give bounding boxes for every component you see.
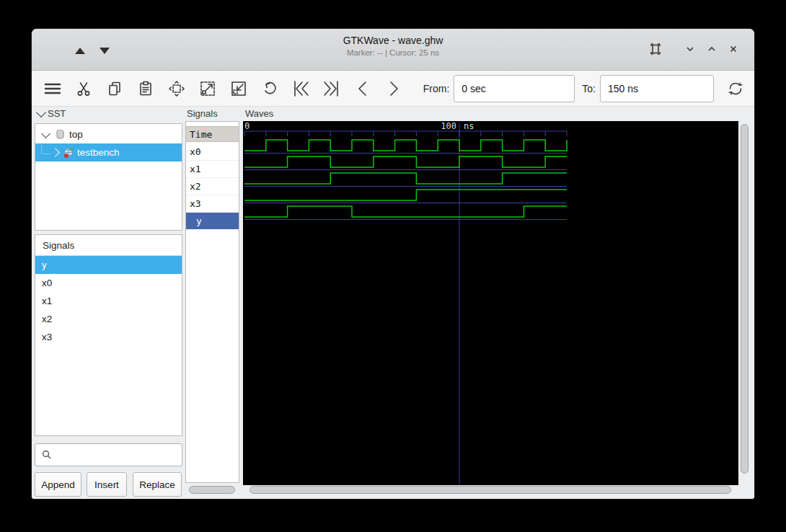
list-item-x2[interactable]: x2 [35, 310, 182, 328]
to-input[interactable] [600, 75, 714, 102]
sst-header[interactable]: SST [37, 108, 66, 119]
minimize-button[interactable] [679, 39, 701, 59]
expander-down-icon[interactable] [41, 129, 50, 138]
list-item-x0[interactable]: x0 [35, 274, 182, 292]
gtkwave-window: GTKWave - wave.ghw Marker: -- | Cursor: … [32, 29, 754, 499]
wave-row-name-x3[interactable]: x3 [186, 195, 239, 213]
jump-end-icon [322, 79, 342, 99]
wave-row-name-x1[interactable]: x1 [186, 161, 239, 178]
waves-hscrollbar[interactable] [247, 486, 734, 495]
step-back-button[interactable] [351, 75, 375, 102]
signal-list-panel: Signals y x0 x1 x2 x3 [35, 234, 182, 436]
to-label: To: [582, 83, 596, 94]
list-item-label: x1 [42, 296, 52, 306]
undo-button[interactable] [257, 75, 281, 102]
copy-button[interactable] [102, 75, 126, 102]
paste-button[interactable] [133, 75, 157, 102]
svg-text:0: 0 [244, 121, 250, 131]
reload-icon [726, 79, 745, 98]
zoom-in-button[interactable] [226, 75, 250, 102]
list-item-x3[interactable]: x3 [35, 328, 182, 346]
reload-button[interactable] [723, 75, 747, 102]
component-icon [63, 147, 74, 159]
waves-hscrollbar-thumb[interactable] [250, 486, 731, 494]
zoom-fit-button[interactable] [164, 75, 188, 102]
from-input[interactable] [454, 75, 575, 102]
insert-button[interactable]: Insert [87, 472, 127, 497]
list-item-x1[interactable]: x1 [35, 292, 182, 310]
minimize-icon [684, 43, 697, 56]
signals-frame-label: Signals [187, 108, 218, 119]
waves-vscrollbar-thumb[interactable] [741, 124, 749, 474]
menu-icon [43, 81, 62, 97]
names-hscrollbar-thumb[interactable] [189, 486, 235, 494]
wave-row-name-x2[interactable]: x2 [186, 178, 239, 195]
close-icon [727, 43, 740, 56]
frame-icon [648, 42, 663, 56]
cut-icon [75, 80, 92, 97]
list-item-label: y [42, 260, 47, 270]
wave-row-name-y[interactable]: y [186, 213, 239, 229]
waves-vscrollbar[interactable] [741, 124, 749, 474]
maximize-icon [705, 43, 718, 56]
maximize-button[interactable] [701, 39, 723, 59]
waveform-plot: 0100ns [243, 121, 738, 485]
list-item-label: x2 [42, 314, 52, 324]
titlebar[interactable]: GTKWave - wave.ghw Marker: -- | Cursor: … [32, 29, 754, 71]
wave-canvas[interactable]: 0100ns [243, 121, 738, 485]
wave-row-name-x0[interactable]: x0 [186, 143, 239, 161]
search-field[interactable] [35, 443, 182, 466]
sst-header-label: SST [48, 108, 66, 119]
close-button[interactable] [723, 39, 744, 59]
frame-button[interactable] [645, 39, 666, 59]
expander-right-icon[interactable] [50, 148, 60, 157]
tree-item-testbench[interactable]: testbench [35, 143, 182, 161]
menu-button[interactable] [40, 75, 64, 102]
tree-connector [41, 145, 50, 154]
names-hscrollbar[interactable] [185, 486, 239, 495]
paste-icon [137, 80, 154, 97]
tree-item-top[interactable]: top [35, 125, 182, 143]
zoom-fit-icon [167, 79, 186, 98]
zoom-in-icon [229, 79, 248, 98]
waves-frame-label: Waves [245, 108, 273, 119]
jump-start-button[interactable] [289, 75, 313, 102]
toolbar: From: To: [32, 71, 754, 107]
step-forward-icon [384, 79, 403, 99]
main-area: SST top testbench [32, 107, 754, 499]
jump-end-button[interactable] [320, 75, 344, 102]
search-icon [41, 449, 53, 461]
zoom-out-button[interactable] [195, 75, 219, 102]
sst-tree-panel: top testbench [35, 123, 182, 231]
chevron-down-icon [36, 107, 46, 117]
svg-text:ns: ns [464, 121, 474, 131]
wave-name-panel: Time x0 x1 x2 x3 y [185, 121, 239, 483]
svg-text:100: 100 [441, 121, 456, 131]
undo-icon [260, 79, 279, 98]
jump-start-icon [291, 79, 311, 99]
list-item-y[interactable]: y [35, 256, 182, 274]
cut-button[interactable] [71, 75, 95, 102]
tree-item-label: top [69, 129, 83, 140]
signal-list-header: Signals [35, 235, 182, 256]
from-label: From: [423, 83, 450, 94]
copy-icon [106, 80, 123, 97]
zoom-out-icon [198, 79, 217, 98]
step-forward-button[interactable] [382, 75, 406, 102]
time-header[interactable]: Time [186, 126, 239, 142]
list-item-label: x3 [42, 332, 52, 342]
append-button[interactable]: Append [35, 472, 81, 497]
tree-item-label: testbench [77, 147, 120, 158]
module-icon [55, 129, 66, 140]
list-item-label: x0 [42, 278, 52, 288]
replace-button[interactable]: Replace [133, 472, 182, 497]
step-back-icon [353, 79, 372, 99]
